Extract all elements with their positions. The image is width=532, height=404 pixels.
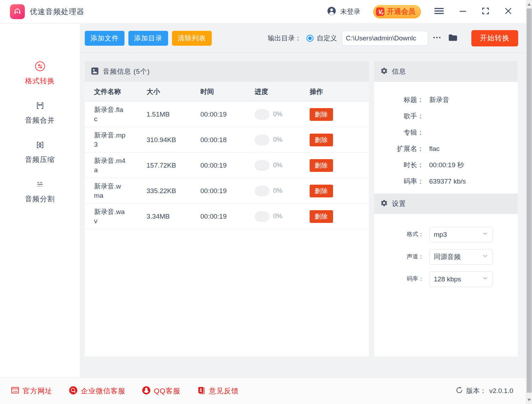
- maximize-icon: [481, 7, 490, 16]
- close-button[interactable]: [503, 6, 513, 17]
- file-time: 00:00:19: [200, 187, 255, 195]
- open-vip-button[interactable]: V IP 开通会员: [373, 5, 421, 18]
- user-avatar-icon: [327, 6, 337, 17]
- folder-icon: [448, 38, 458, 43]
- delete-button[interactable]: 删除: [310, 185, 333, 197]
- progress-bar: [255, 160, 270, 171]
- delete-button[interactable]: 删除: [310, 159, 333, 172]
- minimize-icon: [459, 7, 467, 16]
- sidebar-item-audio-split[interactable]: 音频分割: [25, 179, 55, 204]
- toolbar: 添加文件 添加目录 清除列表 输出目录： 自定义: [80, 24, 526, 53]
- progress-value: 0%: [273, 136, 282, 144]
- start-convert-button[interactable]: 开始转换: [471, 30, 518, 46]
- info-field-title: 标题： 新录音: [374, 92, 518, 108]
- info-panel-title: 信息: [392, 67, 406, 76]
- gear-icon: [380, 67, 388, 76]
- chevron-down-icon: [482, 275, 488, 283]
- table-row[interactable]: 新录音.wav 3.34MB 00:00:19 0% 删除: [85, 204, 369, 229]
- scroll-up-arrow[interactable]: [526, 1, 532, 8]
- file-time: 00:00:19: [200, 111, 255, 118]
- footer-links: .com 官方网址 企业微信客服: [11, 386, 239, 396]
- version-value: v2.0.1.0: [489, 387, 513, 395]
- table-row[interactable]: 新录音.flac 1.51MB 00:00:19 0% 删除: [85, 102, 369, 127]
- sidebar-item-audio-compress[interactable]: 音频压缩: [25, 139, 55, 164]
- maximize-button[interactable]: [481, 6, 491, 17]
- output-path-input[interactable]: [342, 31, 428, 46]
- sidebar: 格式转换 音频合并 音频压缩: [0, 24, 80, 377]
- settings-fields: 格式： mp3 声道： 同源音频: [374, 214, 518, 290]
- wechat-support-link[interactable]: 企业微信客服: [69, 386, 126, 396]
- progress-cell: 0%: [255, 135, 310, 145]
- setting-channel: 声道： 同源音频: [374, 246, 518, 268]
- setting-bitrate: 码率： 128 kbps: [374, 268, 518, 290]
- file-time: 00:00:19: [200, 213, 255, 220]
- col-filename: 文件名称: [94, 87, 146, 96]
- file-name: 新录音.mp3: [94, 131, 126, 149]
- custom-output-radio[interactable]: 自定义: [306, 34, 337, 43]
- add-directory-button[interactable]: 添加目录: [128, 31, 168, 46]
- convert-icon: [34, 61, 46, 73]
- login-button[interactable]: 未登录: [327, 6, 360, 17]
- window-controls: [433, 6, 513, 17]
- format-select[interactable]: mp3: [429, 227, 493, 242]
- progress-value: 0%: [273, 111, 282, 118]
- info-field-duration: 时长： 00:00:19 秒: [374, 157, 518, 173]
- scrollbar-thumb[interactable]: [527, 9, 532, 393]
- col-size: 大小: [146, 87, 200, 96]
- col-progress: 进度: [255, 87, 310, 96]
- table-row[interactable]: 新录音.wma 335.22KB 00:00:19 0% 删除: [85, 178, 369, 204]
- info-field-artist: 歌手：: [374, 108, 518, 124]
- app-logo: [10, 4, 25, 19]
- info-field-bitrate: 码率： 639377 kb/s: [374, 173, 518, 190]
- file-name: 新录音.wma: [94, 182, 126, 200]
- channel-select[interactable]: 同源音频: [429, 249, 493, 265]
- sidebar-item-audio-merge[interactable]: 音频合并: [25, 100, 55, 125]
- bitrate-select[interactable]: 128 kbps: [429, 271, 493, 287]
- titlebar-right: 未登录 V IP 开通会员: [327, 5, 513, 18]
- delete-button[interactable]: 删除: [310, 210, 333, 223]
- official-website-link[interactable]: .com 官方网址: [11, 386, 52, 396]
- close-icon: [504, 7, 512, 16]
- feedback-icon: [197, 386, 206, 396]
- wechat-icon: [69, 386, 78, 396]
- delete-button[interactable]: 删除: [310, 134, 333, 146]
- sidebar-item-format-convert[interactable]: 格式转换: [25, 61, 55, 86]
- app-window: 优速音频处理器 未登录 V IP 开通会员: [0, 0, 532, 404]
- compress-icon: [34, 139, 46, 152]
- minimize-button[interactable]: [458, 6, 468, 17]
- version-info: 版本： v2.0.1.0: [455, 386, 513, 395]
- table-row[interactable]: 新录音.m4a 157.72KB 00:00:19 0% 删除: [85, 153, 369, 178]
- file-size: 1.51MB: [146, 111, 200, 118]
- gear-icon: [380, 199, 388, 208]
- open-folder-button[interactable]: [447, 32, 459, 44]
- add-file-button[interactable]: 添加文件: [85, 31, 124, 46]
- refresh-icon[interactable]: [455, 386, 463, 395]
- output-dir-label: 输出目录：: [268, 34, 301, 43]
- scroll-down-arrow[interactable]: [526, 396, 532, 403]
- login-status: 未登录: [340, 7, 360, 16]
- table-row[interactable]: 新录音.mp3 310.94KB 00:00:18 0% 删除: [85, 127, 369, 153]
- file-name: 新录音.flac: [94, 105, 126, 124]
- file-name: 新录音.wav: [94, 207, 126, 226]
- feedback-link[interactable]: 意见反馈: [197, 386, 239, 396]
- ellipsis-icon: [432, 38, 442, 43]
- version-label: 版本：: [466, 386, 486, 395]
- website-icon: .com: [11, 386, 20, 396]
- settings-panel-title: 设置: [392, 199, 406, 208]
- qq-support-link[interactable]: QQ客服: [142, 386, 181, 396]
- vertical-scrollbar[interactable]: [526, 0, 532, 404]
- progress-bar: [255, 186, 270, 196]
- info-settings-panel: 信息 标题： 新录音 歌手： 专辑：: [374, 61, 518, 357]
- content-area: 添加文件 添加目录 清除列表 输出目录： 自定义: [80, 24, 526, 377]
- delete-button[interactable]: 删除: [310, 108, 333, 121]
- clear-list-button[interactable]: 清除列表: [172, 31, 212, 46]
- setting-format: 格式： mp3: [374, 223, 518, 246]
- table-header: 文件名称 大小 时间 进度 操作: [85, 82, 369, 102]
- browse-more-button[interactable]: [431, 32, 443, 44]
- progress-cell: 0%: [255, 109, 310, 120]
- progress-value: 0%: [273, 213, 282, 220]
- menu-button[interactable]: [433, 6, 445, 17]
- chevron-down-icon: [482, 230, 488, 239]
- panels: 音频信息 (5个) 文件名称 大小 时间 进度 操作 新录音.flac 1.51…: [80, 53, 526, 357]
- titlebar: 优速音频处理器 未登录 V IP 开通会员: [0, 0, 526, 23]
